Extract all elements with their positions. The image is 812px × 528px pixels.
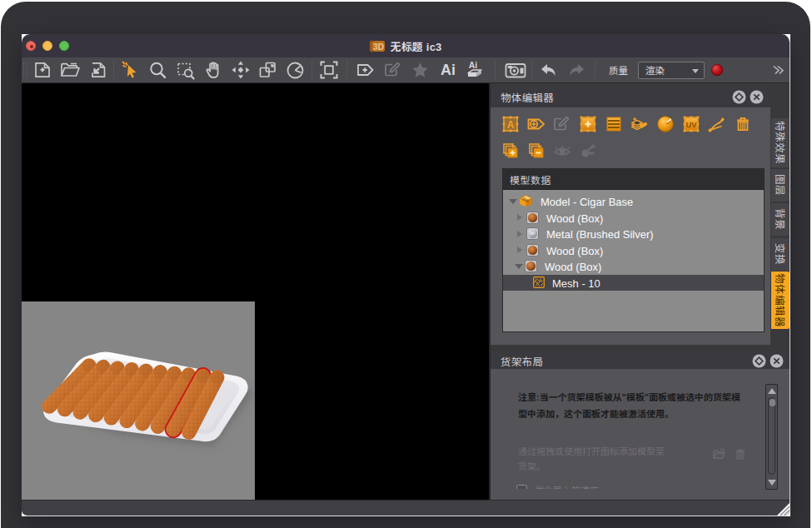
select-tool-button[interactable]: [117, 58, 144, 82]
window-content: 3D 无标题 ic3: [22, 34, 790, 516]
record-button[interactable]: [711, 64, 723, 76]
svg-text:Ai: Ai: [441, 62, 456, 78]
app-window: 3D 无标题 ic3: [22, 34, 790, 516]
artboard-a-icon: A: [501, 114, 521, 134]
scroll-down-button[interactable]: [766, 477, 777, 488]
zoom-window-button[interactable]: [59, 41, 69, 51]
zoom-region-icon: [175, 60, 197, 80]
tree-row-label: Model - Cigar Base: [541, 193, 633, 209]
eye-icon: [551, 141, 573, 161]
object-actions-row-2: [497, 140, 600, 162]
zoom-region-button[interactable]: [172, 58, 199, 82]
window-title: 无标题 ic3: [390, 38, 441, 54]
delete-button[interactable]: [730, 113, 755, 135]
duplicate-add-button[interactable]: [497, 140, 523, 162]
expander-right-icon[interactable]: [516, 231, 523, 237]
tab-transform[interactable]: 变换: [771, 238, 790, 271]
titlebar[interactable]: 3D 无标题 ic3: [22, 34, 790, 57]
move-tool-button[interactable]: [227, 58, 254, 82]
optimize-import-checkbox[interactable]: [516, 485, 527, 490]
snapshot-button[interactable]: [501, 58, 529, 82]
tab-background[interactable]: 背景: [771, 203, 790, 236]
material-sphere-icon: [655, 114, 675, 134]
layer-list-button[interactable]: [600, 113, 626, 135]
tree-row-mesh-selected[interactable]: Mesh - 10: [503, 275, 764, 291]
copy-plus-icon: [501, 141, 521, 161]
artboard-plus-icon: [578, 114, 598, 134]
trash-icon[interactable]: [735, 448, 746, 461]
arrow-down-icon: [768, 480, 776, 486]
tree-row-wood-2[interactable]: Wood (Box): [503, 242, 764, 259]
chevron-down-icon: [692, 69, 699, 73]
edit-artwork-button[interactable]: [379, 58, 406, 82]
tab-special-effects[interactable]: 特殊效果: [771, 118, 790, 167]
open-model-icon[interactable]: [712, 448, 726, 461]
add-artwork-button[interactable]: [575, 113, 600, 135]
render-mode-dropdown[interactable]: 渲染: [638, 62, 705, 79]
tab-layers[interactable]: 图层: [771, 169, 790, 202]
rotate-tool-button[interactable]: [281, 58, 309, 82]
float-panel-icon[interactable]: [732, 90, 746, 104]
ai-import-button[interactable]: Ai: [434, 58, 461, 82]
render-preview[interactable]: [22, 301, 255, 500]
new-document-button[interactable]: [28, 58, 56, 82]
scrollbar-thumb[interactable]: [770, 399, 775, 406]
svg-text:A: A: [506, 119, 514, 131]
apply-material-button[interactable]: [626, 113, 652, 135]
quality-label: 质量: [609, 63, 628, 77]
move-arrows-icon: [230, 59, 252, 81]
close-window-button[interactable]: [26, 41, 36, 51]
undo-button[interactable]: [535, 58, 562, 82]
add-tag-button[interactable]: [523, 113, 549, 135]
expander-down-icon[interactable]: [513, 264, 525, 269]
resize-grip[interactable]: [777, 503, 790, 516]
tree-row-wood-3[interactable]: Wood (Box): [503, 258, 764, 275]
tag-plus-icon: [526, 114, 547, 134]
svg-text:3D: 3D: [373, 41, 385, 51]
close-panel-icon[interactable]: [770, 354, 784, 368]
toolbar-grip[interactable]: [23, 62, 27, 77]
pick-material-button[interactable]: [575, 140, 600, 162]
toolbar-overflow-button[interactable]: [770, 63, 786, 77]
tab-object-editor[interactable]: 物体编辑器: [771, 271, 790, 329]
zoom-tool-button[interactable]: [144, 58, 172, 82]
fit-view-button[interactable]: [315, 58, 342, 82]
import-model-button[interactable]: [83, 58, 111, 82]
expander-right-icon[interactable]: [516, 247, 523, 253]
panel-header-buttons: [752, 354, 784, 368]
minimize-window-button[interactable]: [42, 41, 52, 51]
pan-tool-button[interactable]: [199, 58, 227, 82]
uv-map-button[interactable]: UV: [678, 113, 704, 135]
viewport-3d[interactable]: [22, 83, 489, 500]
label-artwork-button[interactable]: A: [497, 113, 523, 135]
favorite-button[interactable]: [406, 58, 434, 82]
duplicate-tool-button[interactable]: [254, 58, 281, 82]
add-tag-button[interactable]: [351, 58, 379, 82]
object-editor-header[interactable]: 物体编辑器: [491, 87, 770, 107]
shelf-layout-header[interactable]: 货架布局: [491, 352, 790, 369]
toolbar-separator: [495, 61, 496, 79]
float-panel-icon[interactable]: [752, 354, 766, 368]
shelf-scrollbar[interactable]: [765, 384, 778, 490]
shelf-note-text: 注意:当一个货架模板被从"模板"面板或被选中的货架模型中添加，这个面板才能被激活…: [518, 388, 745, 421]
tree-row-metal[interactable]: Metal (Brushed Silver): [503, 226, 764, 242]
open-file-button[interactable]: [56, 58, 83, 82]
title-group: 3D 无标题 ic3: [22, 34, 790, 57]
edit-artwork-button[interactable]: [549, 113, 575, 135]
cursor-icon: [120, 59, 142, 81]
ai-export-button[interactable]: Ai: [461, 58, 489, 82]
duplicate-remove-button[interactable]: [523, 140, 549, 162]
tree-row-model[interactable]: Model - Cigar Base: [503, 193, 764, 210]
expander-right-icon[interactable]: [516, 214, 523, 221]
scrollbar-track[interactable]: [768, 397, 775, 475]
visibility-button[interactable]: [549, 140, 575, 162]
close-panel-icon[interactable]: [750, 90, 764, 104]
redo-button[interactable]: [562, 58, 590, 82]
material-sphere-button[interactable]: [652, 113, 678, 135]
camera-icon: [504, 60, 527, 80]
expander-down-icon[interactable]: [507, 199, 519, 204]
tree-row-wood-1[interactable]: Wood (Box): [503, 210, 764, 227]
bezier-pen-button[interactable]: [704, 113, 730, 135]
scroll-up-button[interactable]: [766, 386, 777, 396]
bezier-pen-icon: [706, 114, 727, 134]
